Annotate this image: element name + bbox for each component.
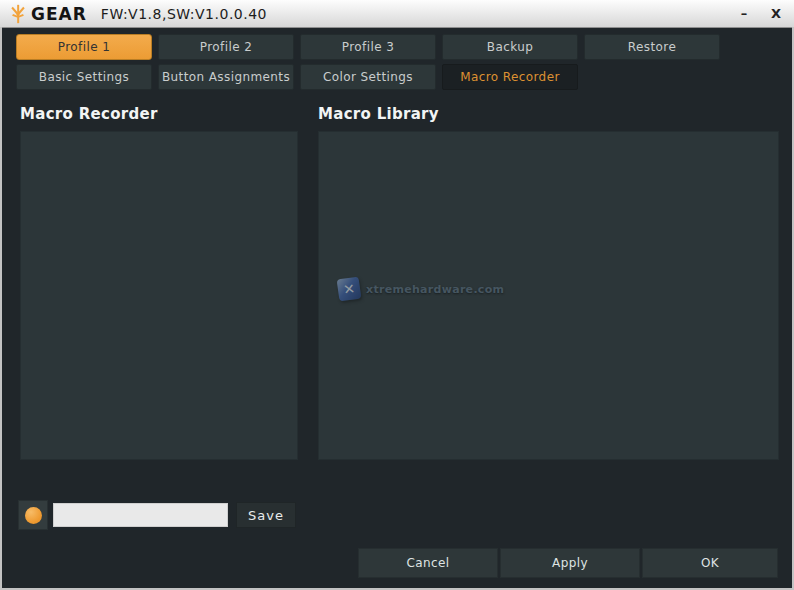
profile-tab-row: Profile 1 Profile 2 Profile 3 Backup Res… xyxy=(16,34,720,60)
app-window: GEAR FW:V1.8,SW:V1.0.0.40 – X Profile 1 … xyxy=(0,0,794,590)
watermark-text: xtremehardware.com xyxy=(366,283,504,296)
minimize-button[interactable]: – xyxy=(736,6,752,21)
app-logo: GEAR xyxy=(8,4,87,24)
watermark-x-glyph: ✕ xyxy=(342,281,356,296)
tab-profile-1[interactable]: Profile 1 xyxy=(16,34,152,60)
close-button[interactable]: X xyxy=(768,6,784,21)
save-button[interactable]: Save xyxy=(236,502,296,528)
macro-library-heading: Macro Library xyxy=(318,105,439,123)
macro-library-panel: ✕ xtremehardware.com xyxy=(318,131,779,460)
tab-profile-3[interactable]: Profile 3 xyxy=(300,34,436,60)
macro-name-input[interactable] xyxy=(53,503,228,527)
record-dot-icon xyxy=(25,507,42,524)
tab-basic-settings[interactable]: Basic Settings xyxy=(16,64,152,90)
apply-button[interactable]: Apply xyxy=(500,548,640,578)
tab-profile-2[interactable]: Profile 2 xyxy=(158,34,294,60)
watermark-x-icon: ✕ xyxy=(337,277,362,302)
watermark: ✕ xtremehardware.com xyxy=(338,278,504,300)
window-controls: – X xyxy=(736,0,784,27)
tab-restore[interactable]: Restore xyxy=(584,34,720,60)
ok-button[interactable]: OK xyxy=(642,548,778,578)
logo-text: GEAR xyxy=(31,4,87,24)
macro-recorder-heading: Macro Recorder xyxy=(20,105,158,123)
settings-tab-row: Basic Settings Button Assignments Color … xyxy=(16,64,578,90)
cancel-button[interactable]: Cancel xyxy=(358,548,498,578)
macro-recorder-panel xyxy=(20,131,298,460)
titlebar: GEAR FW:V1.8,SW:V1.0.0.40 – X xyxy=(0,0,794,28)
fnatic-logo-icon xyxy=(8,4,28,24)
firmware-version-text: FW:V1.8,SW:V1.0.0.40 xyxy=(101,6,267,22)
tab-macro-recorder[interactable]: Macro Recorder xyxy=(442,64,578,90)
tab-backup[interactable]: Backup xyxy=(442,34,578,60)
tab-color-settings[interactable]: Color Settings xyxy=(300,64,436,90)
record-button[interactable] xyxy=(18,500,48,530)
tab-button-assignments[interactable]: Button Assignments xyxy=(158,64,294,90)
window-border-left xyxy=(0,27,2,590)
